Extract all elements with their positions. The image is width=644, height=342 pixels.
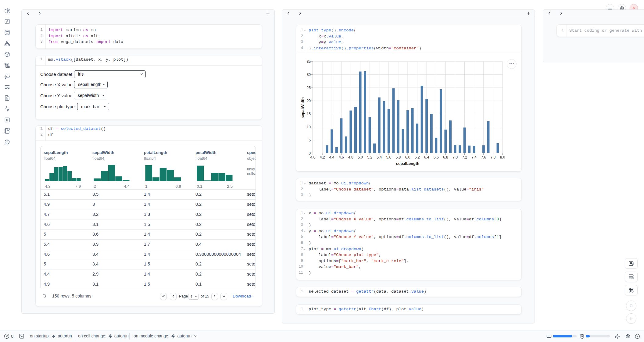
svg-text:6.0: 6.0 [405,155,410,159]
svg-text:sepalWidth: sepalWidth [300,97,305,118]
svg-text:7.4: 7.4 [471,155,477,159]
svg-text:4.6: 4.6 [339,155,344,159]
svg-text:sepalLength: sepalLength [396,161,420,166]
svg-text:4.2: 4.2 [320,155,325,159]
svg-text:7.0: 7.0 [453,155,458,159]
svg-text:0: 0 [309,151,311,155]
svg-text:4.0: 4.0 [310,155,316,159]
svg-text:6.4: 6.4 [424,155,429,159]
svg-text:5.4: 5.4 [377,155,382,159]
svg-text:5.6: 5.6 [386,155,391,159]
svg-text:15: 15 [307,112,311,116]
svg-text:7.8: 7.8 [491,155,496,159]
svg-text:25: 25 [307,86,311,90]
svg-text:7.2: 7.2 [462,155,467,159]
svg-text:10: 10 [307,125,311,129]
svg-text:5.2: 5.2 [367,155,372,159]
svg-text:5.8: 5.8 [396,155,401,159]
svg-text:5.0: 5.0 [358,155,363,159]
svg-text:35: 35 [307,59,311,64]
svg-text:5: 5 [309,138,311,142]
svg-text:20: 20 [307,99,311,103]
svg-text:7.6: 7.6 [481,155,486,159]
svg-text:4.8: 4.8 [348,155,353,159]
svg-text:4.4: 4.4 [329,155,335,159]
svg-text:6.8: 6.8 [443,155,448,159]
svg-text:6.2: 6.2 [415,155,420,159]
svg-text:30: 30 [307,73,311,77]
svg-text:6.6: 6.6 [434,155,439,159]
svg-text:8.0: 8.0 [500,155,505,159]
